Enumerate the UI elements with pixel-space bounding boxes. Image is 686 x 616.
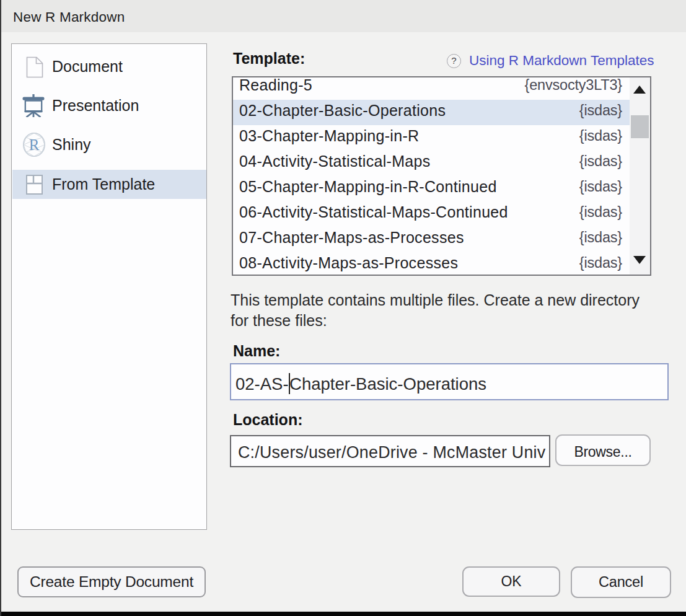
svg-text:R: R — [29, 136, 40, 153]
